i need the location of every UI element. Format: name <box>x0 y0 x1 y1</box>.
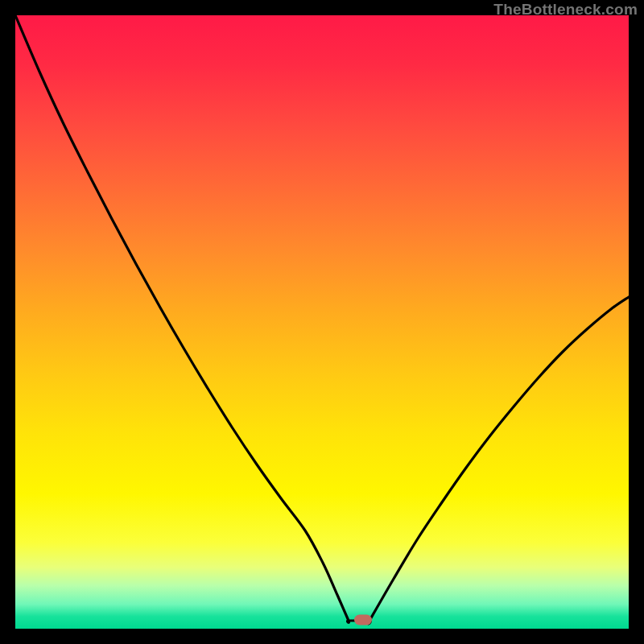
curve-path <box>15 15 629 624</box>
optimal-marker <box>354 615 372 625</box>
chart-container: TheBottleneck.com <box>0 0 644 644</box>
bottleneck-curve <box>15 15 629 629</box>
watermark: TheBottleneck.com <box>493 1 638 19</box>
plot-area <box>15 15 629 629</box>
